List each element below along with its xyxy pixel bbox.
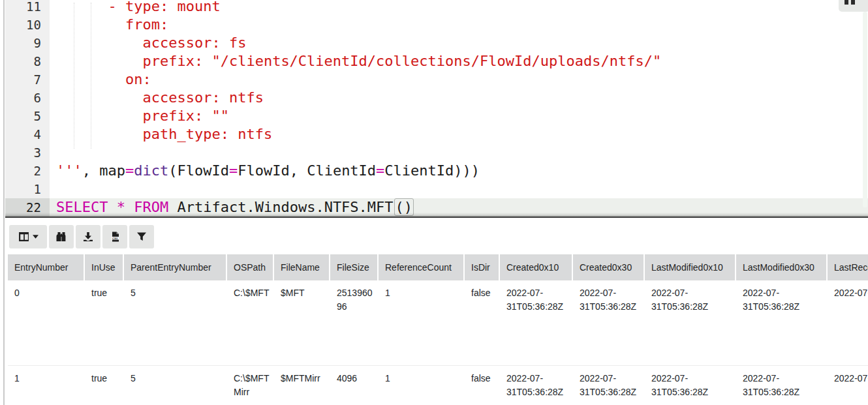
download-button[interactable]	[76, 225, 101, 248]
table-cell: 2022-07-31T05:36:28Z	[645, 280, 736, 365]
table-cell: 2022-07-31T05:36:28Z	[828, 365, 868, 399]
table-cell: 2022-07-31T05:36:28Z	[828, 280, 868, 365]
clipped-icon	[851, 0, 855, 5]
column-header[interactable]: OSPath	[227, 254, 274, 280]
table-cell: 2022-07-31T05:36:28Z	[500, 365, 573, 399]
cell-overflow-button[interactable]	[839, 0, 868, 12]
filter-button[interactable]	[129, 225, 154, 248]
table-cell: C:\$MFTMirr	[227, 365, 274, 399]
search-button[interactable]	[49, 225, 74, 248]
filter-icon	[136, 232, 147, 242]
table-body: 0true5C:\$MFT$MFT2513960961false2022-07-…	[8, 280, 868, 399]
vql-editor[interactable]: 111098765432122 - type: mount from: acce…	[5, 0, 868, 218]
column-header[interactable]: ReferenceCount	[379, 254, 465, 280]
code-lines: - type: mount from: accessor: fs prefix:…	[50, 0, 868, 217]
table-cell: 5	[124, 280, 227, 365]
table-cell: 251396096	[330, 280, 379, 365]
code-line[interactable]: accessor: fs	[50, 34, 868, 52]
table-cell: $MFTMirr	[274, 365, 330, 399]
gutter-line-number: 7	[5, 70, 50, 89]
table-cell: 1	[379, 365, 465, 399]
download-icon	[83, 232, 93, 242]
editor-gutter: 111098765432122	[5, 0, 50, 217]
table-cell: 2022-07-31T05:36:28Z	[736, 365, 828, 399]
column-header[interactable]: Created0x10	[500, 254, 573, 280]
code-line[interactable]: accessor: ntfs	[50, 89, 868, 107]
code-line[interactable]: on:	[50, 70, 868, 89]
export-csv-button[interactable]: CSV	[102, 225, 127, 248]
gutter-line-number: 5	[5, 107, 50, 125]
binoculars-icon	[55, 232, 67, 242]
column-header[interactable]: Created0x30	[573, 254, 645, 280]
table-cell: 2022-07-31T05:36:28Z	[573, 280, 645, 365]
notebook-cell: 111098765432122 - type: mount from: acce…	[0, 0, 868, 405]
editor-code-area[interactable]: - type: mount from: accessor: fs prefix:…	[50, 0, 868, 217]
table-cell: 2022-07-31T05:36:28Z	[573, 365, 645, 399]
column-header[interactable]: IsDir	[465, 254, 500, 280]
gutter-line-number: 3	[5, 143, 50, 162]
code-line[interactable]: from:	[50, 16, 868, 34]
column-header[interactable]: InUse	[85, 254, 124, 280]
gutter-line-number: 10	[5, 16, 50, 34]
code-line[interactable]: path_type: ntfs	[50, 125, 868, 143]
column-header[interactable]: LastModified0x30	[736, 254, 828, 280]
code-line[interactable]: - type: mount	[50, 0, 868, 16]
result-table: EntryNumberInUseParentEntryNumberOSPathF…	[8, 254, 868, 399]
table-cell: C:\$MFT	[227, 280, 274, 365]
table-cell: 0	[8, 280, 85, 365]
table-cell: 4096	[330, 365, 379, 399]
table-cell: false	[465, 365, 500, 399]
column-header[interactable]: ParentEntryNumber	[124, 254, 227, 280]
code-line[interactable]: ''', map=dict(FlowId=FlowId, ClientId=Cl…	[50, 162, 868, 180]
gutter-line-number: 2	[5, 162, 50, 180]
code-line[interactable]: prefix: ""	[50, 107, 868, 125]
table-toolbar: CSV	[9, 225, 156, 248]
column-selector-button[interactable]	[9, 225, 47, 248]
clipped-icon	[845, 0, 848, 5]
column-header[interactable]: FileSize	[330, 254, 379, 280]
column-header[interactable]: FileName	[274, 254, 330, 280]
table-cell: 5	[124, 365, 227, 399]
gutter-numbers: 111098765432122	[5, 0, 50, 217]
table-cell: 2022-07-31T05:36:28Z	[736, 280, 828, 365]
gutter-line-number: 8	[5, 52, 50, 70]
gutter-line-number: 4	[5, 125, 50, 143]
table-cell: 2022-07-31T05:36:28Z	[645, 365, 736, 399]
chevron-down-icon	[33, 235, 39, 239]
code-line[interactable]: prefix: "/clients/ClientId/collections/F…	[50, 52, 868, 70]
gutter-line-number: 11	[5, 0, 50, 16]
table-cell: true	[85, 365, 124, 399]
table-row[interactable]: 1true5C:\$MFTMirr$MFTMirr40961false2022-…	[8, 365, 868, 399]
page-left-border	[3, 0, 5, 405]
code-line[interactable]: SELECT * FROM Artifact.Windows.NTFS.MFT(…	[50, 198, 868, 217]
gutter-line-number: 9	[5, 34, 50, 52]
gutter-line-number: 1	[5, 180, 50, 198]
gutter-line-number: 6	[5, 89, 50, 107]
table-columns-icon	[18, 232, 29, 242]
table-cell: true	[85, 280, 124, 365]
csv-file-icon: CSV	[110, 232, 120, 242]
result-table-wrapper: EntryNumberInUseParentEntryNumberOSPathF…	[8, 254, 868, 405]
table-cell: 1	[8, 365, 85, 399]
table-row[interactable]: 0true5C:\$MFT$MFT2513960961false2022-07-…	[8, 280, 868, 365]
column-header[interactable]: LastRecordChange0x10	[828, 254, 868, 280]
table-cell: 1	[379, 280, 465, 365]
column-header[interactable]: LastModified0x10	[645, 254, 736, 280]
code-line[interactable]	[50, 143, 868, 162]
code-line[interactable]	[50, 180, 868, 198]
gutter-line-number: 22	[5, 198, 50, 217]
column-header[interactable]: EntryNumber	[8, 254, 85, 280]
editor-scrollbar[interactable]	[863, 12, 867, 207]
table-cell: 2022-07-31T05:36:28Z	[500, 280, 573, 365]
table-cell: $MFT	[274, 280, 330, 365]
table-header-row: EntryNumberInUseParentEntryNumberOSPathF…	[8, 254, 868, 280]
table-cell: false	[465, 280, 500, 365]
svg-text:CSV: CSV	[112, 237, 117, 240]
